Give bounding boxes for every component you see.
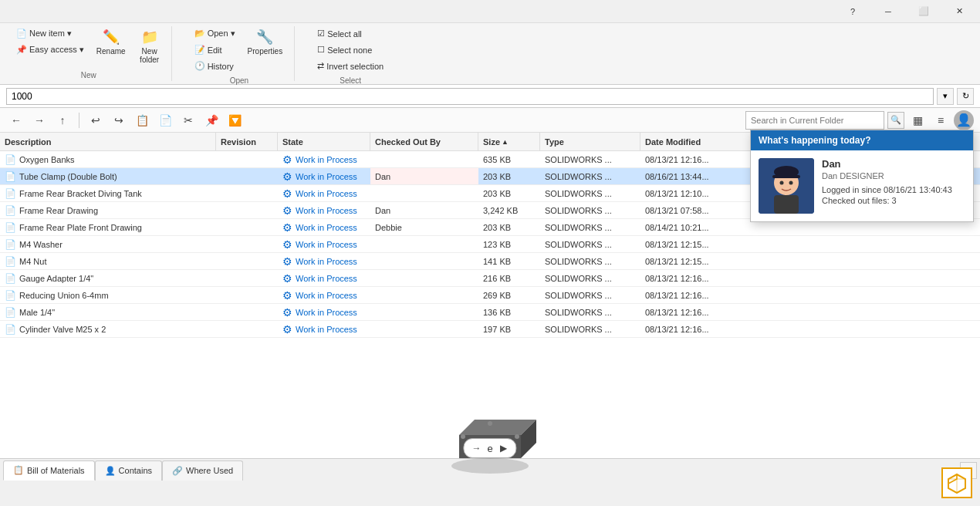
back-button[interactable]: ← xyxy=(6,110,26,130)
cell-date-modified: 08/13/21 12:15... xyxy=(640,253,749,269)
cell-revision xyxy=(216,185,278,201)
cell-size: 269 KB xyxy=(478,287,540,303)
history-icon: 🕐 xyxy=(194,61,205,71)
minimize-button[interactable]: ─ xyxy=(870,0,906,23)
ribbon-select-content: ☑ Select all ☐ Select none ⇄ Invert sele… xyxy=(313,26,387,73)
easy-access-button[interactable]: 📌 Easy access ▾ xyxy=(12,42,88,57)
table-row[interactable]: 📄 M4 Nut ⚙ Work in Process 141 KB SOLIDW… xyxy=(0,253,980,270)
search-input[interactable] xyxy=(745,111,884,130)
model-controls: → e ▶ xyxy=(463,438,516,458)
cube-svg xyxy=(946,472,968,494)
model-play-button[interactable]: ▶ xyxy=(496,440,512,456)
table-row[interactable]: 📄 M4 Washer ⚙ Work in Process 123 KB SOL… xyxy=(0,236,980,253)
model-prev-button[interactable]: → xyxy=(468,440,484,456)
easy-access-icon: 📌 xyxy=(16,45,27,55)
select-none-button[interactable]: ☐ Select none xyxy=(313,42,387,57)
cell-description: 📄 Cylinder Valve M25 x 2 xyxy=(0,321,216,337)
new-folder-button[interactable]: 📁 Newfolder xyxy=(134,26,165,66)
header-description[interactable]: Description xyxy=(0,133,216,150)
tab-where-used[interactable]: 🔗 Where Used xyxy=(162,460,243,481)
cell-description: 📄 Frame Rear Plate Front Drawing xyxy=(0,219,216,235)
select-all-button[interactable]: ☑ Select all xyxy=(313,26,387,41)
properties-button[interactable]: 🔧 Properties xyxy=(242,26,289,58)
ribbon-open-content: 📂 Open ▾ 📝 Edit 🕐 History 🔧 Properties xyxy=(191,26,289,73)
ribbon-group-open: 📂 Open ▾ 📝 Edit 🕐 History 🔧 Properties O… xyxy=(184,26,296,81)
history-button[interactable]: 🕐 History xyxy=(191,59,239,73)
filter-options-button[interactable]: ▦ xyxy=(907,110,928,130)
invert-selection-button[interactable]: ⇄ Invert selection xyxy=(313,59,387,73)
undo-button[interactable]: ↩ xyxy=(86,110,106,130)
rename-button[interactable]: ✏️ Rename xyxy=(91,26,131,58)
copy-button[interactable]: 📋 xyxy=(132,110,152,130)
cell-revision xyxy=(216,270,278,286)
model-icon: e xyxy=(484,443,495,454)
table-row[interactable]: 📄 Male 1/4" ⚙ Work in Process 136 KB SOL… xyxy=(0,304,980,321)
ribbon-select-small: ☑ Select all ☐ Select none ⇄ Invert sele… xyxy=(313,26,387,73)
forward-button[interactable]: → xyxy=(29,110,49,130)
open-icon: 📂 xyxy=(194,29,205,39)
paste-button[interactable]: 📄 xyxy=(155,110,175,130)
file-icon: 📄 xyxy=(5,256,16,267)
header-checked-out-by[interactable]: Checked Out By xyxy=(370,133,478,150)
where-used-icon: 🔗 xyxy=(172,466,183,476)
address-input[interactable] xyxy=(6,88,934,105)
new-item-icon: 📄 xyxy=(16,29,27,39)
new-item-button[interactable]: 📄 New item ▾ xyxy=(12,26,88,41)
cell-revision xyxy=(216,287,278,303)
address-dropdown-button[interactable]: ▾ xyxy=(937,88,954,105)
help-button[interactable]: ? xyxy=(835,0,870,23)
header-type[interactable]: Type xyxy=(540,133,640,150)
user-profile-button[interactable]: 👤 xyxy=(954,110,974,130)
cell-size: 203 KB xyxy=(478,185,540,201)
cell-size: 136 KB xyxy=(478,304,540,320)
table-row[interactable]: 📄 Cylinder Valve M25 x 2 ⚙ Work in Proce… xyxy=(0,321,980,338)
filter-button[interactable]: 🔽 xyxy=(225,110,245,130)
redo-button[interactable]: ↪ xyxy=(109,110,129,130)
cell-description: 📄 Reducing Union 6-4mm xyxy=(0,287,216,303)
refresh-button[interactable]: ↻ xyxy=(957,88,974,105)
cell-type: SOLIDWORKS ... xyxy=(540,219,640,235)
header-revision[interactable]: Revision xyxy=(216,133,278,150)
cut-button[interactable]: ✂ xyxy=(178,110,198,130)
cell-state: ⚙ Work in Process xyxy=(278,219,370,235)
model-area xyxy=(428,389,552,481)
cell-size: 216 KB xyxy=(478,270,540,286)
file-icon: 📄 xyxy=(5,290,16,301)
maximize-button[interactable]: ⬜ xyxy=(906,0,941,23)
cell-type: SOLIDWORKS ... xyxy=(540,253,640,269)
bom-icon: 📋 xyxy=(13,465,24,475)
open-button[interactable]: 📂 Open ▾ xyxy=(191,26,239,41)
header-size[interactable]: Size ▲ xyxy=(478,133,540,150)
tab-bill-of-materials[interactable]: 📋 Bill of Materials xyxy=(3,460,95,481)
header-state[interactable]: State xyxy=(278,133,370,150)
cell-revision xyxy=(216,168,278,184)
view-options-button[interactable]: ≡ xyxy=(931,110,951,130)
close-button[interactable]: ✕ xyxy=(941,0,977,23)
ribbon-select-label: Select xyxy=(340,76,361,86)
pin-button[interactable]: 📌 xyxy=(201,110,221,130)
cell-checked-out-by xyxy=(370,287,478,303)
cell-state: ⚙ Work in Process xyxy=(278,321,370,337)
header-date-modified[interactable]: Date Modified xyxy=(640,133,749,150)
table-row[interactable]: 📄 Reducing Union 6-4mm ⚙ Work in Process… xyxy=(0,287,980,304)
invert-icon: ⇄ xyxy=(317,61,324,71)
svg-point-6 xyxy=(789,181,793,185)
cell-description: 📄 Gauge Adapter 1/4" xyxy=(0,270,216,286)
tab-contains[interactable]: 👤 Contains xyxy=(95,460,162,481)
popup-info: Dan Dan DESIGNER Logged in since 08/16/2… xyxy=(822,158,965,214)
cell-state: ⚙ Work in Process xyxy=(278,304,370,320)
search-button[interactable]: 🔍 xyxy=(887,112,904,129)
cell-size: 197 KB xyxy=(478,321,540,337)
svg-rect-4 xyxy=(772,175,800,178)
cell-type: SOLIDWORKS ... xyxy=(540,236,640,252)
cell-checked-out-by xyxy=(370,253,478,269)
table-row[interactable]: 📄 Gauge Adapter 1/4" ⚙ Work in Process 2… xyxy=(0,270,980,287)
cell-type: SOLIDWORKS ... xyxy=(540,168,640,184)
cell-size: 3,242 KB xyxy=(478,202,540,218)
edit-button[interactable]: 📝 Edit xyxy=(191,42,239,57)
popup-body: Dan Dan DESIGNER Logged in since 08/16/2… xyxy=(751,150,973,221)
cell-type: SOLIDWORKS ... xyxy=(540,304,640,320)
up-button[interactable]: ↑ xyxy=(52,110,73,130)
state-icon: ⚙ xyxy=(282,204,292,217)
cell-revision xyxy=(216,236,278,252)
